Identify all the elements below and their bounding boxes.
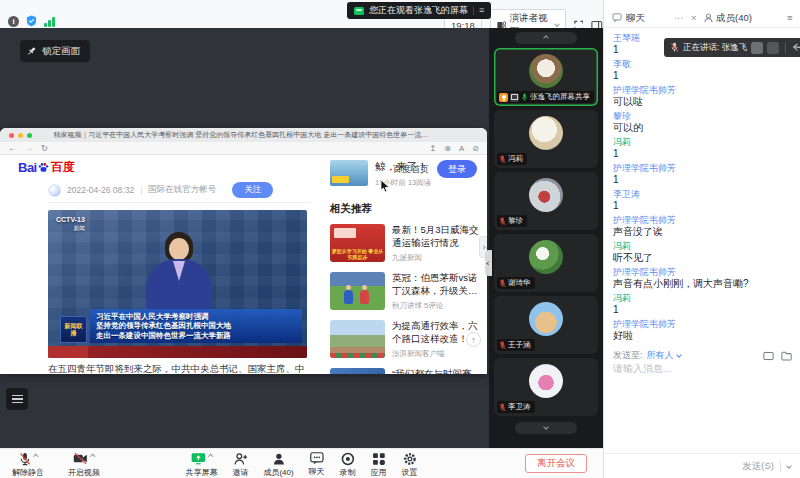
settings-button[interactable]: 设置 xyxy=(402,452,418,478)
news-item[interactable]: 为提高通行效率，六个路口这样改造！澎湃新闻客户端 xyxy=(330,320,482,359)
participant-tile[interactable]: 李卫涛 xyxy=(494,358,598,416)
share-screen-button[interactable]: 共享屏幕 xyxy=(185,452,217,478)
chat-message: 冯莉1 xyxy=(613,137,795,160)
pin-view-button[interactable]: 锁定画面 xyxy=(20,40,90,62)
screenshot-icon[interactable] xyxy=(763,351,774,361)
settings-gear-icon xyxy=(403,452,417,466)
collapse-strip-handle[interactable] xyxy=(485,250,492,276)
news-title[interactable]: 鲸，来了！ xyxy=(375,160,431,173)
participant-name: 谢琦华 xyxy=(508,278,531,288)
refresh-icon[interactable]: ↻ xyxy=(41,143,48,153)
news-title[interactable]: 英冠：伯恩茅斯vs诺丁汉森林，升级关… xyxy=(392,272,482,297)
mouse-cursor xyxy=(380,179,390,193)
baidu-paw-icon xyxy=(37,161,50,174)
banner-menu-icon[interactable]: ≡ xyxy=(479,6,484,15)
chat-sender[interactable]: 李卫涛 xyxy=(613,189,795,200)
follow-button[interactable]: 关注 xyxy=(232,182,273,198)
unmute-button[interactable]: 解除静音 xyxy=(12,452,44,478)
source-avatar[interactable] xyxy=(48,184,61,197)
chat-more-icon[interactable]: ⋯ xyxy=(674,12,684,23)
divider xyxy=(48,202,310,203)
watching-banner[interactable]: 您正在观看张逸飞的屏幕 ≡ xyxy=(347,2,491,19)
meeting-info-icon[interactable]: i xyxy=(8,16,19,27)
extensions-icon[interactable]: ⊕ xyxy=(444,144,451,153)
mic-muted-icon xyxy=(19,452,31,466)
chat-sender[interactable]: 护理学院韦帅芳 xyxy=(613,267,795,278)
chat-sender[interactable]: 护理学院韦帅芳 xyxy=(613,85,795,96)
send-to-selector[interactable]: 所有人 xyxy=(647,349,681,362)
chat-sender[interactable]: 护理学院韦帅芳 xyxy=(613,163,795,174)
participant-tile[interactable]: 张逸飞的屏幕共享 xyxy=(494,48,598,106)
invite-button[interactable]: 邀请 xyxy=(232,452,248,478)
minimize-window-icon xyxy=(18,133,23,138)
video-options-icon[interactable] xyxy=(91,454,96,459)
speaking-toast[interactable]: 正在讲话: 张逸飞 xyxy=(664,38,800,57)
chat-message-list[interactable]: 王琴瑶1 李敬1 护理学院韦帅芳可以哒 黎珍可以的 冯莉1 护理学院韦帅芳1 李… xyxy=(613,33,795,346)
news-video-player[interactable]: CCTV-13新闻 新闻联播 习近平在中国人民大学考察时强调 坚持党的领导传承红… xyxy=(48,210,307,358)
chat-sender[interactable]: 冯莉 xyxy=(613,293,795,304)
members-panel-title[interactable]: 成员(40) xyxy=(716,12,752,25)
send-to-row: 发送至: 所有人 xyxy=(613,349,792,362)
chat-sender[interactable]: 冯莉 xyxy=(613,137,795,148)
annotation-list-button[interactable] xyxy=(6,388,28,410)
strip-scroll-down-button[interactable] xyxy=(515,422,577,434)
chat-close-icon[interactable]: × xyxy=(691,12,697,23)
chat-sender[interactable]: 黎珍 xyxy=(613,111,795,122)
participant-tile[interactable]: 王子涵 xyxy=(494,296,598,354)
back-icon[interactable]: ← xyxy=(8,143,17,153)
collapse-toast-icon[interactable] xyxy=(792,43,800,52)
start-video-button[interactable]: 开启视频 xyxy=(68,452,100,478)
news-title[interactable]: “我们都在与时间赛跑” xyxy=(392,368,482,374)
news-item[interactable]: 英冠：伯恩茅斯vs诺丁汉森林，升级关…秋刀讲球 5评论 xyxy=(330,272,482,311)
chat-message: 护理学院韦帅芳声音有点小刚刚，调大声音嘞? xyxy=(613,267,795,290)
participant-strip: 张逸飞的屏幕共享 冯莉 黎珍 谢琦华 xyxy=(489,28,603,448)
pin-icon xyxy=(27,46,37,57)
participant-tile[interactable]: 谢琦华 xyxy=(494,234,598,292)
maximize-window-icon xyxy=(27,133,32,138)
baidu-page: Bai 百度 百度首页 登录 2022-04-26 08:32 | 国际在线官方… xyxy=(0,155,487,374)
chat-input[interactable] xyxy=(613,363,792,374)
chat-panel: 聊天 ⋯ × 成员(40) ≡ 王琴瑶1 李敬1 护理学院韦帅芳可以哒 黎珍可以… xyxy=(603,0,800,478)
chat-sender[interactable]: 冯莉 xyxy=(613,241,795,252)
window-controls[interactable] xyxy=(9,133,32,138)
chat-sender[interactable]: 护理学院韦帅芳 xyxy=(613,319,795,330)
chat-text: 1 xyxy=(613,200,795,212)
mic-muted-icon xyxy=(499,279,506,288)
chat-message: 护理学院韦帅芳1 xyxy=(613,163,795,186)
profile-icon[interactable]: ⊘ xyxy=(472,144,479,153)
apps-button[interactable]: 应用 xyxy=(371,452,387,478)
network-signal-icon[interactable] xyxy=(44,16,55,27)
screen-share-icon xyxy=(354,7,364,15)
back-to-top-button[interactable]: ↑ xyxy=(466,332,481,347)
chat-file-icon[interactable] xyxy=(781,351,792,361)
participant-tile[interactable]: 冯莉 xyxy=(494,110,598,168)
news-item[interactable]: 鲸，来了！ 19小时前 13阅读 xyxy=(330,160,482,188)
leave-meeting-button[interactable]: 离开会议 xyxy=(525,454,587,473)
members-menu-icon[interactable]: ≡ xyxy=(787,12,793,23)
news-title[interactable]: 最新！5月3日威海交通运输运行情况 xyxy=(392,224,482,249)
news-source: 秋刀讲球 5评论 xyxy=(392,301,482,311)
chat-sender[interactable]: 李敬 xyxy=(613,59,795,70)
avatar xyxy=(529,54,563,88)
send-button[interactable]: 发送(S) xyxy=(742,460,774,473)
reader-mode-icon[interactable]: A xyxy=(459,144,464,153)
news-item[interactable]: 梦想从学习开始 事业从实践起步 最新！5月3日威海交通运输运行情况九派新闻 xyxy=(330,224,482,263)
chat-button[interactable]: 聊天 xyxy=(309,452,325,478)
mic-options-icon[interactable] xyxy=(33,454,38,459)
chevron-down-icon xyxy=(554,21,559,26)
chat-sender[interactable]: 护理学院韦帅芳 xyxy=(613,215,795,226)
share-icon[interactable]: ↥ xyxy=(430,144,437,153)
article-source[interactable]: 国际在线官方帐号 xyxy=(148,184,216,196)
participant-tile[interactable]: 黎珍 xyxy=(494,172,598,230)
security-shield-icon[interactable] xyxy=(26,15,37,27)
news-item[interactable]: 纵览 “我们都在与时间赛跑”上观新闻 xyxy=(330,368,482,374)
record-button[interactable]: 录制 xyxy=(340,452,356,478)
participant-name: 李卫涛 xyxy=(508,402,531,412)
forward-icon[interactable]: → xyxy=(25,143,34,153)
article-body-text: 在五四青年节即将到来之际，中共中央总书记、国家主席、中央军委主席习近平25日上午… xyxy=(48,362,310,374)
members-button[interactable]: 成员(40) xyxy=(263,452,293,478)
baidu-logo[interactable]: Bai 百度 xyxy=(18,159,75,176)
strip-scroll-up-button[interactable] xyxy=(515,32,577,44)
share-options-icon[interactable] xyxy=(208,454,213,459)
send-options-icon[interactable] xyxy=(786,463,792,469)
